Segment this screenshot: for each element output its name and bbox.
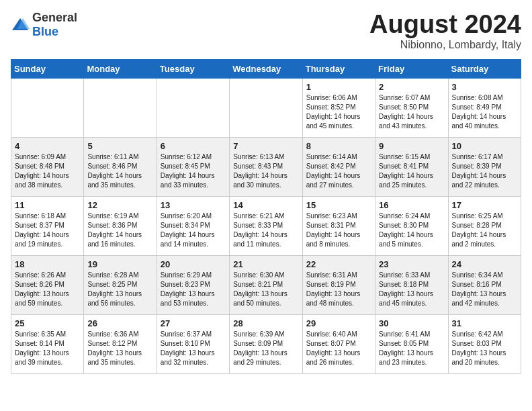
day-number: 5 <box>87 141 152 151</box>
day-number: 6 <box>161 141 226 151</box>
weekday-header-thursday: Thursday <box>302 59 375 78</box>
calendar-cell: 21Sunrise: 6:30 AM Sunset: 8:21 PM Dayli… <box>230 255 302 314</box>
calendar-cell: 22Sunrise: 6:31 AM Sunset: 8:19 PM Dayli… <box>302 255 375 314</box>
day-number: 29 <box>306 318 371 328</box>
calendar-cell: 16Sunrise: 6:24 AM Sunset: 8:30 PM Dayli… <box>375 196 448 255</box>
cell-details: Sunrise: 6:06 AM Sunset: 8:52 PM Dayligh… <box>306 93 371 131</box>
cell-details: Sunrise: 6:17 AM Sunset: 8:39 PM Dayligh… <box>452 152 517 190</box>
calendar-cell: 7Sunrise: 6:13 AM Sunset: 8:43 PM Daylig… <box>230 137 302 196</box>
day-number: 24 <box>452 259 517 269</box>
day-number: 16 <box>379 200 444 210</box>
calendar-cell: 18Sunrise: 6:26 AM Sunset: 8:26 PM Dayli… <box>11 255 84 314</box>
calendar-cell: 9Sunrise: 6:15 AM Sunset: 8:41 PM Daylig… <box>375 137 448 196</box>
cell-details: Sunrise: 6:19 AM Sunset: 8:36 PM Dayligh… <box>87 212 152 249</box>
cell-details: Sunrise: 6:20 AM Sunset: 8:34 PM Dayligh… <box>161 212 226 249</box>
logo: General Blue <box>11 11 77 39</box>
calendar-cell: 28Sunrise: 6:39 AM Sunset: 8:09 PM Dayli… <box>230 314 302 373</box>
calendar-cell: 8Sunrise: 6:14 AM Sunset: 8:42 PM Daylig… <box>302 137 375 196</box>
cell-details: Sunrise: 6:26 AM Sunset: 8:26 PM Dayligh… <box>15 271 80 308</box>
calendar-cell: 12Sunrise: 6:19 AM Sunset: 8:36 PM Dayli… <box>84 196 157 255</box>
calendar-cell <box>157 78 229 137</box>
calendar-cell: 23Sunrise: 6:33 AM Sunset: 8:18 PM Dayli… <box>375 255 448 314</box>
day-number: 28 <box>233 318 298 328</box>
month-year-title: August 2024 <box>369 11 521 39</box>
location-subtitle: Nibionno, Lombardy, Italy <box>369 39 521 51</box>
cell-details: Sunrise: 6:30 AM Sunset: 8:21 PM Dayligh… <box>233 271 298 308</box>
day-number: 22 <box>306 259 371 269</box>
cell-details: Sunrise: 6:37 AM Sunset: 8:10 PM Dayligh… <box>161 330 226 367</box>
calendar-cell: 1Sunrise: 6:06 AM Sunset: 8:52 PM Daylig… <box>302 78 375 137</box>
day-number: 3 <box>452 82 517 92</box>
day-number: 11 <box>15 200 80 210</box>
weekday-header-saturday: Saturday <box>448 59 521 78</box>
day-number: 10 <box>452 141 517 151</box>
cell-details: Sunrise: 6:28 AM Sunset: 8:25 PM Dayligh… <box>87 271 152 308</box>
day-number: 27 <box>161 318 226 328</box>
calendar-cell: 10Sunrise: 6:17 AM Sunset: 8:39 PM Dayli… <box>448 137 521 196</box>
calendar-cell: 30Sunrise: 6:41 AM Sunset: 8:05 PM Dayli… <box>375 314 448 373</box>
cell-details: Sunrise: 6:13 AM Sunset: 8:43 PM Dayligh… <box>233 152 298 190</box>
cell-details: Sunrise: 6:09 AM Sunset: 8:48 PM Dayligh… <box>15 152 80 190</box>
cell-details: Sunrise: 6:34 AM Sunset: 8:16 PM Dayligh… <box>452 271 517 308</box>
day-number: 21 <box>233 259 298 269</box>
weekday-header-row: SundayMondayTuesdayWednesdayThursdayFrid… <box>11 59 521 78</box>
day-number: 15 <box>306 200 371 210</box>
day-number: 14 <box>233 200 298 210</box>
weekday-header-sunday: Sunday <box>11 59 84 78</box>
weekday-header-wednesday: Wednesday <box>230 59 302 78</box>
cell-details: Sunrise: 6:08 AM Sunset: 8:49 PM Dayligh… <box>452 93 517 131</box>
day-number: 7 <box>233 141 298 151</box>
day-number: 17 <box>452 200 517 210</box>
cell-details: Sunrise: 6:41 AM Sunset: 8:05 PM Dayligh… <box>379 330 444 367</box>
calendar-week-row: 18Sunrise: 6:26 AM Sunset: 8:26 PM Dayli… <box>11 255 521 314</box>
weekday-header-tuesday: Tuesday <box>157 59 229 78</box>
cell-details: Sunrise: 6:21 AM Sunset: 8:33 PM Dayligh… <box>233 212 298 249</box>
logo-general: General <box>32 11 77 24</box>
cell-details: Sunrise: 6:35 AM Sunset: 8:14 PM Dayligh… <box>15 330 80 367</box>
day-number: 30 <box>379 318 444 328</box>
day-number: 23 <box>379 259 444 269</box>
cell-details: Sunrise: 6:33 AM Sunset: 8:18 PM Dayligh… <box>379 271 444 308</box>
day-number: 31 <box>452 318 517 328</box>
calendar-cell: 13Sunrise: 6:20 AM Sunset: 8:34 PM Dayli… <box>157 196 229 255</box>
cell-details: Sunrise: 6:36 AM Sunset: 8:12 PM Dayligh… <box>87 330 152 367</box>
day-number: 8 <box>306 141 371 151</box>
calendar-week-row: 1Sunrise: 6:06 AM Sunset: 8:52 PM Daylig… <box>11 78 521 137</box>
cell-details: Sunrise: 6:12 AM Sunset: 8:45 PM Dayligh… <box>161 152 226 190</box>
cell-details: Sunrise: 6:14 AM Sunset: 8:42 PM Dayligh… <box>306 152 371 190</box>
day-number: 9 <box>379 141 444 151</box>
day-number: 19 <box>87 259 152 269</box>
day-number: 13 <box>161 200 226 210</box>
cell-details: Sunrise: 6:23 AM Sunset: 8:31 PM Dayligh… <box>306 212 371 249</box>
calendar-cell: 11Sunrise: 6:18 AM Sunset: 8:37 PM Dayli… <box>11 196 84 255</box>
calendar-cell <box>84 78 157 137</box>
cell-details: Sunrise: 6:40 AM Sunset: 8:07 PM Dayligh… <box>306 330 371 367</box>
calendar-cell: 17Sunrise: 6:25 AM Sunset: 8:28 PM Dayli… <box>448 196 521 255</box>
logo-icon <box>11 17 30 33</box>
day-number: 2 <box>379 82 444 92</box>
day-number: 1 <box>306 82 371 92</box>
calendar-cell <box>230 78 302 137</box>
calendar-cell: 2Sunrise: 6:07 AM Sunset: 8:50 PM Daylig… <box>375 78 448 137</box>
calendar-cell: 20Sunrise: 6:29 AM Sunset: 8:23 PM Dayli… <box>157 255 229 314</box>
cell-details: Sunrise: 6:42 AM Sunset: 8:03 PM Dayligh… <box>452 330 517 367</box>
calendar-cell: 29Sunrise: 6:40 AM Sunset: 8:07 PM Dayli… <box>302 314 375 373</box>
calendar-cell: 6Sunrise: 6:12 AM Sunset: 8:45 PM Daylig… <box>157 137 229 196</box>
header: General Blue August 2024 Nibionno, Lomba… <box>11 11 521 51</box>
calendar-cell: 14Sunrise: 6:21 AM Sunset: 8:33 PM Dayli… <box>230 196 302 255</box>
cell-details: Sunrise: 6:25 AM Sunset: 8:28 PM Dayligh… <box>452 212 517 249</box>
cell-details: Sunrise: 6:15 AM Sunset: 8:41 PM Dayligh… <box>379 152 444 190</box>
day-number: 25 <box>15 318 80 328</box>
day-number: 4 <box>15 141 80 151</box>
calendar-cell: 3Sunrise: 6:08 AM Sunset: 8:49 PM Daylig… <box>448 78 521 137</box>
cell-details: Sunrise: 6:24 AM Sunset: 8:30 PM Dayligh… <box>379 212 444 249</box>
day-number: 18 <box>15 259 80 269</box>
calendar-cell: 5Sunrise: 6:11 AM Sunset: 8:46 PM Daylig… <box>84 137 157 196</box>
cell-details: Sunrise: 6:07 AM Sunset: 8:50 PM Dayligh… <box>379 93 444 131</box>
title-area: August 2024 Nibionno, Lombardy, Italy <box>369 11 521 51</box>
cell-details: Sunrise: 6:31 AM Sunset: 8:19 PM Dayligh… <box>306 271 371 308</box>
calendar-cell: 31Sunrise: 6:42 AM Sunset: 8:03 PM Dayli… <box>448 314 521 373</box>
day-number: 26 <box>87 318 152 328</box>
cell-details: Sunrise: 6:18 AM Sunset: 8:37 PM Dayligh… <box>15 212 80 249</box>
calendar-cell: 15Sunrise: 6:23 AM Sunset: 8:31 PM Dayli… <box>302 196 375 255</box>
